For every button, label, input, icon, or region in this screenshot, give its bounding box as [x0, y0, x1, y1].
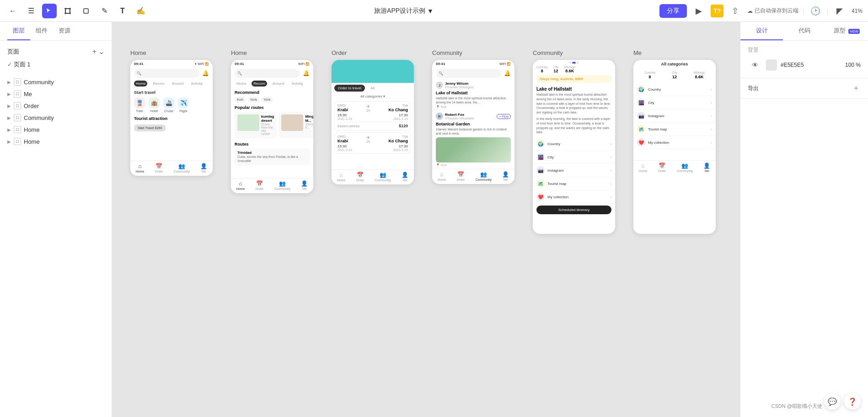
- post-image: [436, 137, 511, 162]
- community-post-1: J Jenny Wilson #Traveler #Designer Lake …: [432, 80, 514, 111]
- flight-card-2: ORD Krabi ✈ 2h TIA Ko Chang: [334, 132, 411, 154]
- bg-color-swatch[interactable]: [766, 60, 777, 70]
- phone-frame-home2: 09:41 WiFi📶 🔍 🔔 Home Recom Around Activi…: [231, 60, 313, 193]
- left-panel: 图层 组件 资源 页面 + ⌄ ✓ 页面 1 ▶ □ Community: [0, 22, 112, 417]
- screen-group-order: Order Order to travel All All categories…: [332, 49, 414, 184]
- community-post-2: R Robert Fox #Traveler #Illustrator + Fl…: [432, 111, 514, 169]
- toolbar-left: ← ☰ ✎ T ✍: [5, 4, 148, 18]
- t-badge: T?: [711, 5, 723, 17]
- play-button[interactable]: ▶: [691, 4, 706, 18]
- add-page-button[interactable]: +: [92, 47, 96, 56]
- screen-label-me: Me: [633, 49, 716, 56]
- select-tool[interactable]: [42, 4, 57, 18]
- main-layout: 图层 组件 资源 页面 + ⌄ ✓ 页面 1 ▶ □ Community: [0, 22, 868, 417]
- phone-frame-order: Order to travel All All categories ▾ ORD…: [332, 60, 414, 184]
- layer-item-order[interactable]: ▶ □ Order: [0, 100, 112, 112]
- screen-group-community: Community 09:41 WiFi📶 🔍 🔔: [432, 49, 514, 184]
- layer-item-home-2[interactable]: ▶ □ Home: [0, 135, 112, 147]
- tab-layers[interactable]: 图层: [7, 22, 30, 40]
- layer-item-home-1[interactable]: ▶ □ Home: [0, 124, 112, 135]
- canvas-area[interactable]: Home 09:41 ▾WiFi📶 🔍 🔔 Home Recom: [112, 22, 740, 417]
- screen-label-order: Order: [332, 49, 414, 56]
- tab-assets[interactable]: 资源: [53, 22, 76, 40]
- upload-button[interactable]: ⇧: [728, 4, 743, 18]
- screen-label-home2: Home: [231, 49, 313, 56]
- help-button[interactable]: ❓: [844, 393, 861, 410]
- screen-group-me: Me All categories Country 8 City 12: [633, 49, 716, 234]
- home-search-bar[interactable]: 🔍: [134, 69, 199, 78]
- phone-frame-me: All categories Country 8 City 12 Mileage: [633, 60, 716, 234]
- background-section: 背景 👁 #E5E5E5 100 %: [740, 41, 868, 78]
- pages-section: 页面 + ⌄ ✓ 页面 1: [0, 41, 112, 74]
- tab-code[interactable]: 代码: [783, 22, 825, 40]
- bg-hex-value: #E5E5E5: [781, 62, 804, 68]
- layer-list: ▶ □ Community ▶ □ Me ▶ □ Order ▶ □ Commu…: [0, 74, 112, 149]
- layer-item-community-2[interactable]: ▶ □ Community: [0, 112, 112, 124]
- shape-tool[interactable]: [79, 4, 93, 18]
- text-tool[interactable]: T: [115, 4, 130, 18]
- visibility-toggle[interactable]: 👁: [748, 58, 762, 72]
- watermark: CSDN @唱歌哦小天使: [772, 403, 822, 410]
- home1-bottom-nav: ⌂ Home 📅 Order 👥 Community 👤: [130, 161, 213, 176]
- flight-card-1: ORD Krabi ✈ 2h TIA Ko Chang: [334, 101, 411, 130]
- history-button[interactable]: 🕑: [808, 4, 823, 18]
- toolbar-center: 旅游APP设计示例 ▼: [152, 7, 656, 15]
- right-panel: 设计 代码 原型 NEW 背景 👁 #E5E5E5 100 % 导出 +: [740, 22, 868, 417]
- screen-label-home1: Home: [130, 49, 213, 56]
- menu-button[interactable]: ☰: [24, 4, 38, 18]
- tab-prototype[interactable]: 原型 NEW: [825, 22, 868, 40]
- community-bottom-nav: ⌂ Home 📅 Order 👥 Community 👤: [432, 169, 514, 184]
- tab-components[interactable]: 组件: [30, 22, 53, 40]
- share-button[interactable]: 分享: [659, 4, 687, 18]
- top-toolbar: ← ☰ ✎ T ✍ 旅游APP设计示例 ▼ 分享 ▶ T? ⇧ ☁ 已自动保存到…: [0, 0, 868, 22]
- canvas-content: Home 09:41 ▾WiFi📶 🔍 🔔 Home Recom: [112, 22, 734, 261]
- export-add-button[interactable]: +: [852, 84, 861, 93]
- chat-button[interactable]: 💬: [824, 393, 841, 410]
- screen-group-home2: Home 09:41 WiFi📶 🔍 🔔 Home Recom: [231, 49, 313, 193]
- project-title[interactable]: 旅游APP设计示例 ▼: [374, 7, 434, 15]
- right-panel-tabs: 设计 代码 原型 NEW: [740, 22, 868, 41]
- order-tabs-bar: Order to travel All: [334, 85, 411, 92]
- screen-group-community-detail: Community Country 8 City: [533, 49, 615, 234]
- bg-opacity-value: 100 %: [845, 62, 861, 68]
- pages-section-title: 页面: [7, 48, 19, 56]
- window-button[interactable]: ◤: [832, 4, 847, 18]
- toolbar-right: 分享 ▶ T? ⇧ ☁ 已自动保存到云端 🕑 ◤ 41%: [659, 4, 863, 18]
- export-section: 导出 +: [740, 78, 868, 99]
- left-panel-tabs: 图层 组件 资源: [0, 22, 112, 41]
- order-bottom-nav: ⌂ Home 📅 Order 👥 Community 👤: [332, 169, 414, 184]
- svg-rect-0: [65, 9, 70, 13]
- me-bottom-nav: ⌂ Home 📅 Order 👥 Community 👤: [633, 160, 716, 175]
- home-nav-tabs: Home Recom Around Activity: [130, 80, 213, 88]
- zoom-level: 41%: [852, 8, 863, 14]
- screen-label-community-detail: Community: [533, 49, 615, 56]
- phone-frame-home1: 09:41 ▾WiFi📶 🔍 🔔 Home Recom Around Activ…: [130, 60, 213, 176]
- expand-pages-button[interactable]: ⌄: [98, 47, 104, 56]
- back-button[interactable]: ←: [5, 4, 20, 18]
- export-section-title: 导出: [748, 85, 759, 92]
- auto-save-status: ☁ 已自动保存到云端: [747, 7, 798, 15]
- svg-rect-5: [84, 9, 88, 13]
- home2-nav-tabs: Home Recom Around Activity: [231, 80, 313, 88]
- layer-item-me[interactable]: ▶ □ Me: [0, 88, 112, 100]
- screen-group-home1: Home 09:41 ▾WiFi📶 🔍 🔔 Home Recom: [130, 49, 213, 176]
- phone-frame-community-detail: Country 8 City 12 Mileage 8.6K: [533, 60, 615, 234]
- frame-tool[interactable]: [60, 4, 75, 18]
- pen-tool[interactable]: ✎: [97, 4, 112, 18]
- page-1-item[interactable]: ✓ 页面 1: [0, 59, 112, 70]
- home2-bottom-nav: ⌂ Home 📅 Order 👥 Community 👤: [231, 178, 313, 193]
- layer-item-community-1[interactable]: ▶ □ Community: [0, 76, 112, 88]
- tab-design[interactable]: 设计: [740, 22, 783, 40]
- community-search-bar[interactable]: 🔍: [436, 69, 501, 78]
- phone-frame-community: 09:41 WiFi📶 🔍 🔔 J Je: [432, 60, 514, 184]
- schedule-button[interactable]: Scheduled itinerary: [536, 206, 611, 214]
- hand-tool[interactable]: ✍: [134, 4, 148, 18]
- screen-label-community: Community: [432, 49, 514, 56]
- home2-search-bar[interactable]: 🔍: [235, 69, 300, 78]
